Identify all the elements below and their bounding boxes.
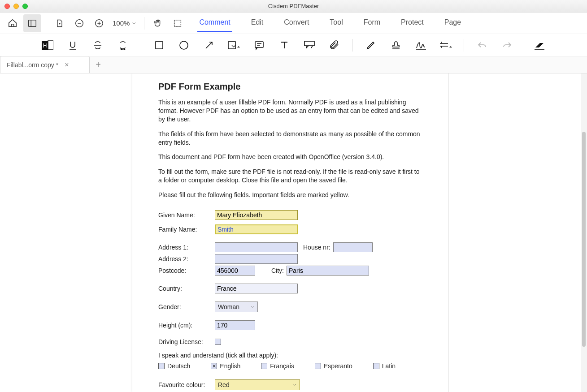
file-button[interactable] xyxy=(51,14,69,32)
document-tabs: Fillabl...orm copy * × + xyxy=(0,56,587,73)
form-intro-1: This is an example of a user fillable PD… xyxy=(158,98,422,124)
checkbox-deutsch[interactable] xyxy=(158,363,165,369)
tab-protect[interactable]: Protect xyxy=(399,14,426,32)
tab-convert[interactable]: Convert xyxy=(282,14,311,32)
svg-rect-12 xyxy=(304,41,314,46)
zoom-value: 100% xyxy=(113,19,130,27)
note-tool[interactable] xyxy=(252,38,266,53)
label-given-name: Given Name: xyxy=(158,211,215,219)
input-height[interactable] xyxy=(215,320,255,330)
squiggly-tool[interactable] xyxy=(116,38,130,53)
label-house-nr: House nr: xyxy=(303,244,330,251)
undo-button[interactable] xyxy=(475,38,489,53)
label-address1: Address 1: xyxy=(158,244,215,251)
eraser-tool[interactable] xyxy=(532,38,547,53)
document-tab[interactable]: Fillabl...orm copy * × xyxy=(0,56,90,73)
checkbox-latin[interactable] xyxy=(373,363,379,369)
svg-rect-11 xyxy=(255,42,263,47)
select-colour[interactable]: Red xyxy=(215,379,300,390)
document-tab-label: Fillabl...orm copy * xyxy=(7,61,58,69)
svg-rect-8 xyxy=(156,42,163,49)
label-height: Height (cm): xyxy=(158,322,215,329)
tab-form[interactable]: Form xyxy=(362,14,382,32)
svg-text:H: H xyxy=(43,43,47,49)
hand-tool-button[interactable] xyxy=(149,14,167,32)
pencil-tool[interactable] xyxy=(364,38,378,53)
input-country[interactable] xyxy=(215,284,298,293)
input-address2[interactable] xyxy=(215,254,298,264)
input-postcode[interactable] xyxy=(215,266,255,276)
select-colour-value: Red xyxy=(218,381,230,388)
svg-point-1 xyxy=(59,23,60,24)
checkbox-driving[interactable] xyxy=(215,339,221,345)
annotation-toolbar: H xyxy=(0,34,587,56)
rectangle-tool[interactable] xyxy=(152,38,166,53)
label-postcode: Postcode: xyxy=(158,267,215,274)
form-intro-5: Please fill out the following fields. Im… xyxy=(158,191,422,199)
input-given-name[interactable] xyxy=(215,210,298,220)
attachment-tool[interactable] xyxy=(327,38,342,53)
strikethrough-tool[interactable] xyxy=(91,38,105,53)
select-area-button[interactable] xyxy=(169,14,187,32)
form-intro-4: To fill out the form, make sure the PDF … xyxy=(158,168,422,185)
label-colour: Favourite colour: xyxy=(158,381,215,388)
lang-latin: Latin xyxy=(382,362,396,370)
scroll-thumb[interactable] xyxy=(582,132,586,347)
tab-comment[interactable]: Comment xyxy=(197,14,232,32)
zoom-dropdown[interactable]: 100% xyxy=(110,19,139,27)
pdf-page: PDF Form Example This is an example of a… xyxy=(132,73,448,392)
input-city[interactable] xyxy=(287,266,369,276)
label-driving: Driving License: xyxy=(158,338,215,345)
signature-tool[interactable] xyxy=(414,38,428,53)
lang-english: English xyxy=(220,362,240,370)
properties-panel xyxy=(448,73,581,392)
vertical-scrollbar[interactable] xyxy=(581,73,587,392)
label-languages: I speak and understand (tick all that ap… xyxy=(158,352,422,359)
window-title: Cisdem PDFMaster xyxy=(0,3,587,9)
zoom-in-button[interactable] xyxy=(90,14,108,32)
chevron-down-icon xyxy=(250,305,255,309)
panel-toggle-button[interactable] xyxy=(23,14,41,32)
lang-deutsch: Deutsch xyxy=(167,362,190,370)
circle-tool[interactable] xyxy=(177,38,191,53)
svg-point-9 xyxy=(180,41,188,49)
label-country: Country: xyxy=(158,285,215,292)
lang-francais: Français xyxy=(270,362,294,370)
input-address1[interactable] xyxy=(215,242,298,252)
highlight-tool[interactable]: H xyxy=(40,38,55,53)
svg-rect-6 xyxy=(48,41,53,50)
lang-esperanto: Esperanto xyxy=(324,362,352,370)
zoom-out-button[interactable] xyxy=(70,14,88,32)
thumbnail-panel xyxy=(0,73,132,392)
arrow-tool[interactable] xyxy=(202,38,216,53)
new-tab-button[interactable]: + xyxy=(90,56,107,73)
close-tab-button[interactable]: × xyxy=(65,61,69,69)
label-city: City: xyxy=(271,267,284,274)
select-gender[interactable]: Woman xyxy=(215,302,258,312)
text-tool[interactable] xyxy=(277,38,291,53)
tab-edit[interactable]: Edit xyxy=(249,14,265,32)
svg-rect-0 xyxy=(29,20,36,26)
checkbox-esperanto[interactable] xyxy=(315,363,321,369)
stamp-tool[interactable] xyxy=(389,38,403,53)
tab-tool[interactable]: Tool xyxy=(328,14,344,32)
select-gender-value: Woman xyxy=(218,303,239,310)
callout-tool[interactable] xyxy=(302,38,317,53)
shape-dropdown[interactable] xyxy=(227,38,241,53)
underline-tool[interactable] xyxy=(65,38,80,53)
form-intro-2: The fields of this form have been select… xyxy=(158,130,422,147)
chevron-down-icon xyxy=(131,21,137,26)
checkbox-francais[interactable] xyxy=(261,363,267,369)
form-intro-3: This document and PDF form have been cre… xyxy=(158,153,422,161)
input-house-nr[interactable] xyxy=(333,242,373,252)
home-button[interactable] xyxy=(4,14,22,32)
input-family-name[interactable] xyxy=(215,224,298,234)
label-address2: Address 2: xyxy=(158,255,215,263)
link-tool[interactable] xyxy=(439,38,453,53)
form-heading: PDF Form Example xyxy=(158,82,422,92)
redo-button[interactable] xyxy=(500,38,514,53)
label-family-name: Family Name: xyxy=(158,226,215,233)
checkbox-english[interactable]: ✕ xyxy=(211,363,217,369)
chevron-down-icon xyxy=(292,383,297,387)
tab-page[interactable]: Page xyxy=(443,14,463,32)
